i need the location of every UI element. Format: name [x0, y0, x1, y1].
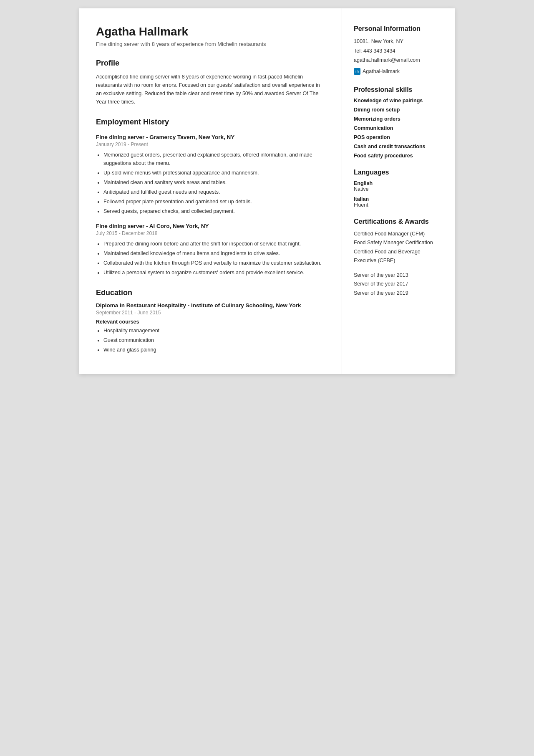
- job-item: Fine dining server - Gramercy Tavern, Ne…: [96, 134, 327, 215]
- language-item: English Native: [354, 180, 443, 192]
- skill-item: Memorizing orders: [354, 116, 443, 122]
- cert-item: Certified Food and Beverage Executive (C…: [354, 248, 443, 265]
- skill-item: Dining room setup: [354, 107, 443, 113]
- employment-section-title: Employment History: [96, 118, 327, 126]
- job-bullets-1: Memorized guest orders, presented and ex…: [103, 151, 327, 215]
- bullet-item: Served guests, prepared checks, and coll…: [103, 207, 327, 215]
- course-item: Wine and glass pairing: [103, 346, 327, 354]
- skill-item: Cash and credit transactions: [354, 144, 443, 149]
- left-column: Agatha Hallmark Fine dining server with …: [79, 8, 342, 374]
- candidate-name: Agatha Hallmark: [96, 25, 327, 38]
- skills-list: Knowledge of wine pairings Dining room s…: [354, 98, 443, 159]
- address: 10081, New York, NY: [354, 37, 443, 46]
- skill-item: Food safety procedures: [354, 153, 443, 159]
- course-item: Hospitality management: [103, 326, 327, 335]
- profile-section-title: Profile: [96, 59, 327, 68]
- personal-info-title: Personal Information: [354, 25, 443, 33]
- bullet-item: Maintained clean and sanitary work areas…: [103, 178, 327, 187]
- edu-courses-list: Hospitality management Guest communicati…: [103, 326, 327, 354]
- bullet-item: Anticipated and fulfilled guest needs an…: [103, 188, 327, 196]
- skill-item: Communication: [354, 125, 443, 131]
- job-bullets-2: Prepared the dining room before and afte…: [103, 240, 327, 277]
- job-dates-1: January 2019 - Present: [96, 142, 327, 147]
- resume-container: Agatha Hallmark Fine dining server with …: [79, 8, 455, 374]
- cert-item: Certified Food Manager (CFM): [354, 230, 443, 238]
- bullet-item: Prepared the dining room before and afte…: [103, 240, 327, 248]
- education-section-title: Education: [96, 288, 327, 297]
- right-column: Personal Information 10081, New York, NY…: [342, 8, 455, 374]
- relevant-courses-label: Relevant courses: [96, 319, 327, 325]
- bullet-item: Up-sold wine menus with professional app…: [103, 169, 327, 177]
- tel: Tel: 443 343 3434: [354, 46, 443, 56]
- language-list: English Native Italian Fluent: [354, 180, 443, 208]
- job-title-2: Fine dining server - Al Coro, New York, …: [96, 223, 327, 229]
- skill-item: Knowledge of wine pairings: [354, 98, 443, 104]
- course-item: Guest communication: [103, 336, 327, 344]
- personal-info-block: 10081, New York, NY Tel: 443 343 3434 ag…: [354, 37, 443, 76]
- lang-level-1: Native: [354, 186, 443, 192]
- edu-dates: September 2011 - June 2015: [96, 310, 327, 316]
- certs-section-title: Certifications & Awards: [354, 218, 443, 225]
- award-item: Server of the year 2019: [354, 289, 443, 298]
- skill-item: POS operation: [354, 134, 443, 140]
- job-title-1: Fine dining server - Gramercy Tavern, Ne…: [96, 134, 327, 140]
- languages-section-title: Languages: [354, 169, 443, 176]
- bullet-item: Followed proper plate presentation and g…: [103, 197, 327, 206]
- skills-section-title: Professional skills: [354, 86, 443, 94]
- job-dates-2: July 2015 - December 2018: [96, 230, 327, 236]
- edu-degree: Diploma in Restaurant Hospitality - Inst…: [96, 302, 327, 308]
- bullet-item: Utilized a personal system to organize c…: [103, 268, 327, 277]
- cert-item: Food Safety Manager Certification: [354, 238, 443, 247]
- lang-level-2: Fluent: [354, 202, 443, 208]
- linkedin-handle: AgathaHallmark: [363, 67, 400, 76]
- linkedin-icon: in: [354, 68, 360, 75]
- certs-block: Certified Food Manager (CFM) Food Safety…: [354, 230, 443, 265]
- awards-block: Server of the year 2013 Server of the ye…: [354, 271, 443, 298]
- bullet-item: Collaborated with the kitchen through PO…: [103, 259, 327, 267]
- bullet-item: Memorized guest orders, presented and ex…: [103, 151, 327, 167]
- award-item: Server of the year 2017: [354, 280, 443, 288]
- job-item: Fine dining server - Al Coro, New York, …: [96, 223, 327, 277]
- lang-name-1: English: [354, 180, 443, 186]
- award-item: Server of the year 2013: [354, 271, 443, 280]
- linkedin-row: in AgathaHallmark: [354, 67, 443, 76]
- lang-name-2: Italian: [354, 196, 443, 202]
- bullet-item: Maintained detailed knowledge of menu it…: [103, 249, 327, 258]
- language-item: Italian Fluent: [354, 196, 443, 208]
- candidate-subtitle: Fine dining server with 8 years of exper…: [96, 41, 327, 47]
- profile-text: Accomplished fine dining server with 8 y…: [96, 73, 327, 106]
- email: agatha.hallmark@email.com: [354, 56, 443, 65]
